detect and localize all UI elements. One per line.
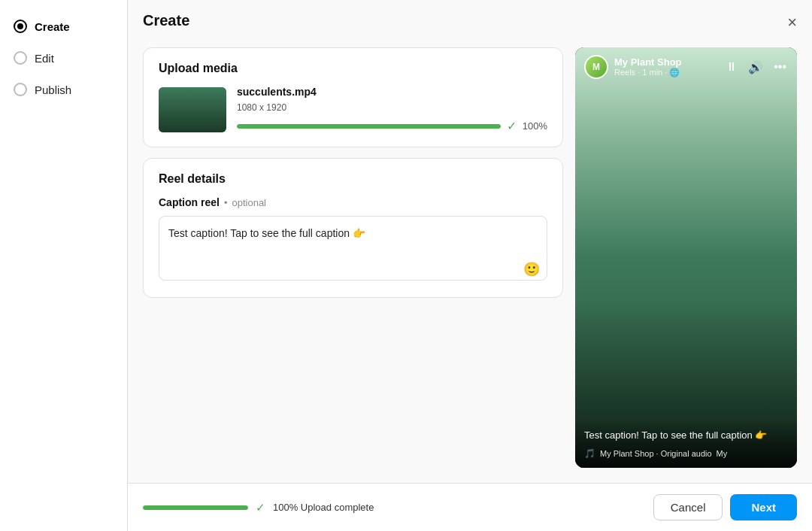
emoji-icon: 🙂 bbox=[523, 262, 540, 277]
audio-icon: 🎵 bbox=[584, 448, 595, 459]
preview-avatar: M bbox=[584, 55, 608, 79]
volume-button[interactable]: 🔊 bbox=[747, 59, 765, 76]
preview-sub-label: Reels · 1 min · 🌐 bbox=[614, 68, 682, 77]
footer-progress-bar-fill bbox=[143, 505, 248, 510]
caption-label-row: Caption reel • optional bbox=[159, 196, 547, 208]
sidebar-label-edit: Edit bbox=[35, 52, 54, 65]
preview-username: My Plant Shop bbox=[614, 56, 682, 68]
caption-optional-label: optional bbox=[232, 197, 266, 208]
sidebar-item-edit[interactable]: Edit bbox=[0, 44, 127, 72]
footer-progress-wrap: ✓ 100% Upload complete bbox=[143, 501, 374, 514]
video-preview-panel: M My Plant Shop Reels · 1 min · 🌐 ⏸ bbox=[575, 47, 797, 468]
file-info: succulents.mp4 1080 x 1920 ✓ 100% bbox=[237, 86, 547, 133]
preview-user-info: My Plant Shop Reels · 1 min · 🌐 bbox=[614, 56, 682, 77]
footer-actions: Cancel Next bbox=[653, 494, 797, 520]
progress-check-icon: ✓ bbox=[507, 119, 517, 133]
volume-icon: 🔊 bbox=[748, 61, 763, 74]
next-button[interactable]: Next bbox=[730, 494, 797, 520]
caption-dot: • bbox=[224, 197, 228, 208]
audio-extra: My bbox=[717, 449, 728, 458]
upload-media-row: succulents.mp4 1080 x 1920 ✓ 100% bbox=[159, 86, 547, 133]
preview-controls: ⏸ 🔊 ••• bbox=[724, 59, 788, 76]
pause-button[interactable]: ⏸ bbox=[724, 59, 739, 75]
preview-audio-row: 🎵 My Plant Shop · Original audio My bbox=[584, 448, 788, 459]
upload-media-title: Upload media bbox=[159, 62, 547, 75]
reel-details-card: Reel details Caption reel • optional 🙂 bbox=[143, 158, 563, 298]
left-panel: Upload media succulents.mp4 1080 x 1920 … bbox=[143, 47, 563, 468]
modal-title: Create bbox=[143, 12, 189, 29]
modal-body: Upload media succulents.mp4 1080 x 1920 … bbox=[128, 32, 812, 483]
main-content: Create × Upload media succulents.mp4 108… bbox=[128, 0, 812, 531]
pause-icon: ⏸ bbox=[726, 60, 738, 73]
footer-check-icon: ✓ bbox=[256, 501, 265, 514]
sidebar: Create Edit Publish bbox=[0, 0, 128, 531]
preview-caption-text: Test caption! Tap to see the full captio… bbox=[584, 429, 788, 442]
progress-bar-background bbox=[237, 124, 501, 129]
progress-bar-fill bbox=[237, 124, 501, 129]
plant-scene-image bbox=[575, 47, 797, 468]
footer-status-text: 100% Upload complete bbox=[273, 502, 374, 513]
radio-edit bbox=[14, 51, 27, 65]
preview-bottom-overlay: Test caption! Tap to see the full captio… bbox=[575, 420, 797, 468]
progress-wrap: ✓ 100% bbox=[237, 119, 547, 133]
more-options-button[interactable]: ••• bbox=[772, 59, 788, 75]
preview-top-bar: M My Plant Shop Reels · 1 min · 🌐 ⏸ bbox=[575, 47, 797, 86]
preview-user-row: M My Plant Shop Reels · 1 min · 🌐 bbox=[584, 55, 682, 79]
file-dimensions: 1080 x 1920 bbox=[237, 102, 547, 113]
sidebar-label-create: Create bbox=[35, 20, 70, 33]
sidebar-item-create[interactable]: Create bbox=[0, 12, 127, 41]
video-thumbnail bbox=[159, 87, 226, 132]
radio-publish bbox=[14, 83, 27, 96]
cancel-button[interactable]: Cancel bbox=[653, 494, 723, 520]
audio-label: My Plant Shop · Original audio bbox=[600, 449, 712, 458]
modal-footer: ✓ 100% Upload complete Cancel Next bbox=[128, 483, 812, 531]
sidebar-item-publish[interactable]: Publish bbox=[0, 75, 127, 104]
upload-media-card: Upload media succulents.mp4 1080 x 1920 … bbox=[143, 47, 563, 147]
caption-textarea[interactable] bbox=[159, 216, 547, 281]
footer-progress-bar-background bbox=[143, 505, 248, 510]
reel-details-title: Reel details bbox=[159, 172, 547, 186]
progress-percent: 100% bbox=[523, 120, 547, 132]
preview-globe-icon: 🌐 bbox=[669, 68, 680, 77]
caption-textarea-wrap: 🙂 bbox=[159, 216, 547, 284]
file-name: succulents.mp4 bbox=[237, 86, 547, 98]
thumbnail-image bbox=[159, 87, 226, 132]
caption-reel-label: Caption reel bbox=[159, 196, 220, 208]
emoji-button[interactable]: 🙂 bbox=[523, 261, 540, 278]
radio-create bbox=[14, 20, 27, 33]
more-icon: ••• bbox=[774, 60, 786, 73]
preview-background: M My Plant Shop Reels · 1 min · 🌐 ⏸ bbox=[575, 47, 797, 468]
close-button[interactable]: × bbox=[787, 14, 797, 31]
modal-header: Create × bbox=[128, 0, 812, 32]
sidebar-label-publish: Publish bbox=[35, 83, 71, 96]
